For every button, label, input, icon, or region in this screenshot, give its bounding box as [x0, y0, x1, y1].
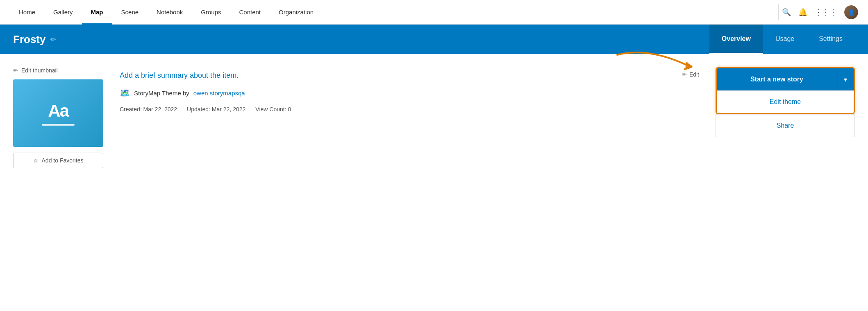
thumbnail-box: Aa	[13, 79, 103, 147]
right-column: Start a new story ▾ Edit theme Share	[716, 67, 855, 168]
tab-overview[interactable]: Overview	[709, 25, 763, 54]
nav-scene[interactable]: Scene	[112, 0, 148, 25]
nav-notebook[interactable]: Notebook	[148, 0, 192, 25]
storymap-prefix: StoryMap Theme by	[134, 90, 189, 97]
storymap-icon: 🗺️	[120, 88, 130, 98]
nav-gallery[interactable]: Gallery	[44, 0, 82, 25]
start-story-dropdown[interactable]: ▾	[837, 68, 854, 90]
thumbnail-line	[42, 124, 75, 126]
tab-usage[interactable]: Usage	[763, 25, 807, 54]
nav-divider	[778, 4, 779, 20]
meta-info: Created: Mar 22, 2022 Updated: Mar 22, 2…	[120, 106, 699, 113]
center-column: Add a brief summary about the item. ✏ Ed…	[120, 67, 699, 168]
user-avatar[interactable]: 👤	[844, 5, 858, 19]
nav-groups[interactable]: Groups	[192, 0, 230, 25]
notification-icon[interactable]: 🔔	[798, 8, 807, 17]
avatar-image: 👤	[844, 5, 858, 19]
favorites-icon: ☆	[33, 157, 39, 164]
share-button[interactable]: Share	[716, 114, 855, 137]
item-title-area: Frosty ✏	[13, 33, 56, 46]
item-title: Frosty	[13, 33, 45, 46]
storymap-author-link[interactable]: owen.storymapsqa	[193, 90, 245, 97]
main-content: ✏ Edit thumbnail Aa ☆ Add to Favorites A…	[0, 54, 868, 181]
item-header: Frosty ✏ Overview Usage Settings	[0, 25, 868, 54]
start-story-row: Start a new story ▾	[717, 68, 854, 90]
edit-inline-text: Edit	[689, 71, 699, 78]
start-story-button[interactable]: Start a new story	[717, 68, 837, 90]
thumbnail-text: Aa	[48, 101, 68, 121]
edit-theme-button[interactable]: Edit theme	[717, 90, 854, 113]
edit-inline-button[interactable]: ✏ Edit	[682, 71, 699, 78]
summary-row: Add a brief summary about the item. ✏ Ed…	[120, 71, 699, 80]
nav-links: Home Gallery Map Scene Notebook Groups C…	[10, 0, 775, 25]
updated-label: Updated: Mar 22, 2022	[187, 106, 245, 113]
storymap-info: 🗺️ StoryMap Theme by owen.storymapsqa	[120, 88, 699, 98]
nav-content[interactable]: Content	[230, 0, 270, 25]
add-favorites-button[interactable]: ☆ Add to Favorites	[13, 153, 103, 168]
created-label: Created: Mar 22, 2022	[120, 106, 177, 113]
view-count: View Count: 0	[255, 106, 291, 113]
nav-home[interactable]: Home	[10, 0, 44, 25]
nav-map[interactable]: Map	[82, 0, 112, 25]
top-navigation: Home Gallery Map Scene Notebook Groups C…	[0, 0, 868, 25]
share-button-wrapper: Share	[716, 114, 855, 137]
edit-inline-icon: ✏	[682, 71, 687, 78]
nav-organization[interactable]: Organization	[270, 0, 323, 25]
edit-thumbnail-text: Edit thumbnail	[21, 67, 58, 74]
grid-icon[interactable]: ⋮⋮⋮	[815, 8, 837, 17]
edit-thumbnail-label[interactable]: ✏ Edit thumbnail	[13, 67, 103, 74]
left-column: ✏ Edit thumbnail Aa ☆ Add to Favorites	[13, 67, 103, 168]
action-buttons-bordered: Start a new story ▾ Edit theme	[716, 67, 855, 114]
nav-right-icons: 🔍 🔔 ⋮⋮⋮ 👤	[782, 5, 858, 19]
search-icon[interactable]: 🔍	[782, 8, 791, 17]
favorites-label: Add to Favorites	[42, 157, 84, 164]
edit-title-icon[interactable]: ✏	[50, 36, 56, 43]
summary-link[interactable]: Add a brief summary about the item.	[120, 71, 239, 80]
header-tabs: Overview Usage Settings	[709, 25, 855, 54]
dropdown-arrow-icon: ▾	[844, 76, 847, 83]
edit-thumbnail-icon: ✏	[13, 67, 18, 74]
tab-settings[interactable]: Settings	[807, 25, 855, 54]
